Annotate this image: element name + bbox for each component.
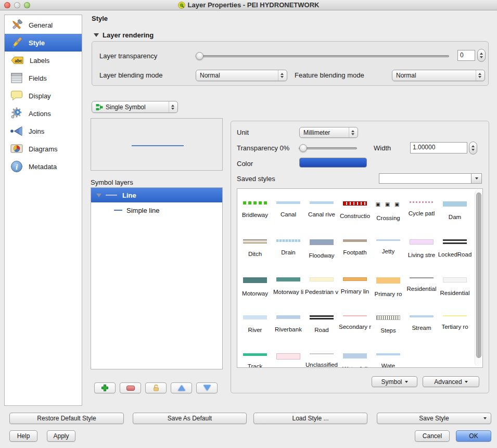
style-item-label: Motorway [242, 290, 268, 297]
style-item[interactable]: Jetty [372, 233, 405, 271]
style-item[interactable]: Unclassified [305, 347, 338, 368]
style-item[interactable]: Pedestrian v [305, 271, 338, 309]
expander-icon[interactable] [96, 194, 101, 197]
layer-properties-dialog: Layer Properties - PEI HYDRONETWORK Gene… [0, 0, 497, 448]
symbol-transparency-slider-thumb[interactable] [299, 144, 307, 152]
move-layer-down-button[interactable] [196, 382, 218, 393]
style-swatch [410, 315, 434, 317]
style-item-label: River [248, 327, 262, 333]
style-item[interactable]: Stream [405, 309, 438, 347]
apply-button[interactable]: Apply [47, 430, 75, 442]
style-item[interactable]: Floodway [305, 233, 338, 271]
tree-item-line[interactable]: Line [91, 188, 222, 202]
unit-select[interactable]: Millimeter [299, 127, 358, 138]
svg-text:abc: abc [15, 58, 22, 63]
style-swatch [443, 315, 467, 316]
style-item[interactable]: Canal rive [305, 195, 338, 233]
cancel-button[interactable]: Cancel [415, 430, 450, 442]
advanced-menu-button[interactable]: Advanced [423, 376, 479, 387]
move-layer-up-button[interactable] [171, 382, 192, 393]
close-window-button[interactable] [4, 2, 10, 8]
style-item-label: Steps [380, 327, 396, 334]
sidebar-item-labels[interactable]: abc Labels [5, 52, 82, 69]
layer-transparency-value[interactable]: 0 [457, 50, 475, 61]
style-item[interactable]: Canal [272, 195, 305, 233]
style-item[interactable]: Cycle patl [405, 195, 438, 233]
style-swatch [343, 239, 367, 242]
sidebar-item-label: Actions [29, 110, 51, 118]
help-button[interactable]: Help [9, 430, 37, 442]
style-item[interactable]: Wate [372, 347, 405, 368]
sidebar-item-joins[interactable]: Joins [5, 122, 82, 140]
style-item[interactable]: Dam [438, 195, 471, 233]
sidebar-item-display[interactable]: Display [5, 87, 82, 105]
layer-transparency-stepper[interactable] [477, 49, 486, 62]
layer-rendering-toggle[interactable]: Layer rendering [94, 31, 154, 39]
symbol-preview [91, 118, 223, 171]
abc-tag-icon: abc [10, 55, 24, 66]
style-item-label: Water full [342, 366, 367, 368]
color-button[interactable] [299, 158, 367, 168]
width-stepper[interactable] [469, 142, 477, 155]
style-item[interactable]: ▣ ▣ ▣Crossing [372, 195, 405, 233]
style-item[interactable]: Steps [372, 309, 405, 347]
style-item[interactable]: Primary ro [372, 271, 405, 309]
style-item[interactable]: Water full [338, 347, 372, 368]
style-item[interactable]: Footpath [338, 233, 372, 271]
load-style-button[interactable]: Load Style ... [253, 413, 367, 424]
minimize-window-button[interactable] [14, 2, 20, 8]
sidebar-item-fields[interactable]: Fields [5, 69, 82, 87]
style-item[interactable]: Drain [272, 233, 305, 271]
width-input[interactable]: 1.00000 [410, 142, 467, 153]
ok-button[interactable]: OK [456, 430, 491, 442]
save-style-button[interactable]: Save Style [377, 413, 491, 424]
style-item[interactable]: Tertiary ro [438, 309, 471, 347]
combo-arrows-icon [349, 127, 356, 137]
sidebar-item-diagrams[interactable]: Diagrams [5, 140, 82, 158]
renderer-select[interactable]: Single Symbol [92, 101, 178, 113]
style-item[interactable]: Secondary r [338, 309, 372, 347]
style-item[interactable]: Riverbank [272, 309, 305, 347]
feature-blending-select[interactable]: Normal [392, 70, 485, 81]
symbol-menu-button[interactable]: Symbol [372, 376, 417, 387]
saved-styles-select[interactable] [379, 173, 482, 184]
layer-transparency-slider[interactable] [196, 55, 449, 57]
sidebar-item-general[interactable]: General [5, 16, 82, 34]
style-item-label: Cycle patl [409, 210, 435, 216]
style-item[interactable]: Residential [438, 271, 471, 309]
style-list-scrollbar[interactable] [475, 190, 481, 366]
style-item[interactable]: Motorway li [272, 271, 305, 309]
style-item[interactable]: Primary lin [338, 271, 372, 309]
style-item[interactable]: Track [238, 347, 272, 368]
style-item[interactable]: River [238, 309, 272, 347]
gear-icon [10, 107, 23, 120]
style-item[interactable]: LockedRoad [438, 233, 471, 271]
style-item[interactable]: Road [305, 309, 338, 347]
remove-symbol-layer-button[interactable] [120, 382, 141, 393]
layer-rendering-group: Layer transparency 0 Layer blending mode… [92, 41, 489, 86]
layer-transparency-slider-thumb[interactable] [196, 52, 203, 60]
style-swatch [410, 201, 434, 203]
sidebar-item-style[interactable]: Style [5, 34, 82, 52]
sidebar-item-actions[interactable]: Actions [5, 105, 82, 122]
sidebar-item-metadata[interactable]: i Metadata [5, 158, 82, 175]
save-as-default-button[interactable]: Save As Default [133, 413, 247, 424]
style-item[interactable]: Ditch [238, 233, 272, 271]
sidebar: General Style abc Labels [4, 15, 82, 406]
tree-item-simple-line[interactable]: Simple line [91, 202, 222, 218]
scrollbar-thumb[interactable] [476, 193, 481, 358]
style-item[interactable]: Bridleway [238, 195, 272, 233]
style-item[interactable]: Living stre [405, 233, 438, 271]
style-item[interactable]: Residential [405, 271, 438, 309]
zoom-window-button[interactable] [24, 2, 30, 8]
apply-label: Apply [53, 432, 69, 440]
style-item-label: Residential [440, 290, 470, 296]
layer-blending-select[interactable]: Normal [196, 70, 287, 81]
style-item[interactable]: Motorway [238, 271, 272, 309]
restore-default-style-button[interactable]: Restore Default Style [9, 413, 124, 424]
symbol-transparency-slider[interactable] [299, 147, 357, 149]
add-symbol-layer-button[interactable] [94, 382, 116, 393]
style-item[interactable]: Constructio [338, 195, 372, 233]
lock-symbol-layer-button[interactable] [145, 382, 167, 393]
style-item[interactable]: Tram [272, 347, 305, 368]
